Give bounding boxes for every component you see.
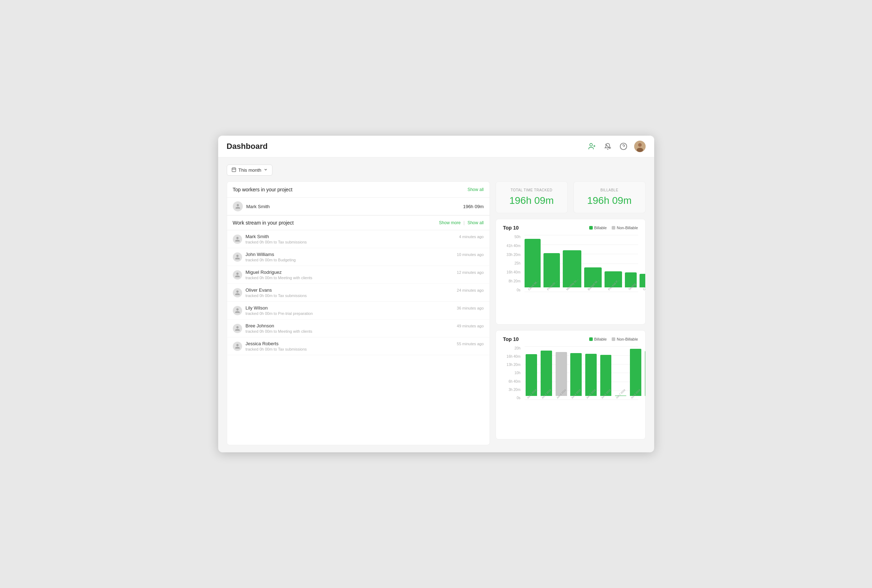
total-time-label: TOTAL TIME TRACKED (504, 188, 559, 192)
y2-label-1: 16h 40m (507, 354, 521, 358)
y2-label-3: 10h (515, 371, 521, 375)
total-time-value: 196h 09m (504, 195, 559, 206)
stream-info: Miguel Rodriguez tracked 0h 00m to Meeti… (246, 270, 453, 280)
add-user-icon[interactable] (587, 141, 597, 152)
chart2-card: Top 10 Billable Non-Billable (495, 330, 645, 440)
stream-avatar (233, 288, 242, 297)
chart1-legend: Billable Non-Billable (589, 226, 638, 230)
non-billable-legend-dot (612, 226, 615, 230)
bar-group: Monthly In... (563, 235, 581, 292)
chart2-legend: Billable Non-Billable (589, 337, 638, 341)
workstream-header: Work stream in your project Show more | … (227, 216, 489, 230)
workstream-title: Work stream in your project (233, 220, 294, 226)
bar-group: Campaign ... (639, 235, 645, 292)
billable-value: 196h 09m (582, 195, 637, 206)
total-time-card: TOTAL TIME TRACKED 196h 09m (495, 182, 568, 213)
bar2 (645, 351, 645, 396)
stream-item: Bree Johnson tracked 0h 00m to Meeting w… (227, 320, 489, 338)
content-grid: TOTAL TIME TRACKED 196h 09m BILLABLE 196… (227, 182, 645, 445)
stream-person-name: Lily Wilson (246, 305, 453, 310)
period-label: This month (239, 168, 261, 173)
billable-card: BILLABLE 196h 09m (573, 182, 645, 213)
stream-detail: tracked 0h 00m to Meeting with clients (246, 276, 453, 280)
y-label-6: 0s (517, 288, 521, 292)
billable-legend-dot (589, 226, 593, 230)
non-billable-legend2: Non-Billable (612, 337, 638, 341)
svg-point-7 (638, 143, 642, 147)
bar-group: Budget M... (584, 235, 602, 292)
right-panel: Top workers in your project Show all Mar… (227, 182, 490, 445)
billable-legend2: Billable (589, 337, 607, 341)
bar2-label: Jun 9 2024 (645, 388, 645, 399)
stream-detail: tracked 0h 00m to Meeting with clients (246, 329, 453, 333)
y2-label-5: 3h 20m (509, 388, 520, 392)
app-window: Dashboard (218, 136, 654, 452)
y-label-5: 8h 20m (509, 279, 520, 283)
stream-item: Mark Smith tracked 0h 00m to Tax submiss… (227, 230, 489, 248)
y2-label-2: 13h 20m (507, 363, 521, 367)
stream-avatar (233, 252, 242, 262)
stream-item: Miguel Rodriguez tracked 0h 00m to Meeti… (227, 266, 489, 284)
stream-detail: tracked 0h 00m to Tax submissions (246, 240, 456, 244)
stream-detail: tracked 0h 00m to Tax submissions (246, 347, 453, 351)
stream-item: Jessica Roberts tracked 0h 00m to Tax su… (227, 338, 489, 355)
chart1-y-axis: 50h 41h 40m 33h 20m 25h 16h 40m 8h 20m 0… (503, 235, 523, 292)
calendar-icon (231, 167, 236, 173)
stream-person-name: John Williams (246, 252, 453, 257)
bar-group: Projects ... (543, 235, 560, 292)
bar-group: Pre-trial P... (605, 235, 622, 292)
stream-item: Lily Wilson tracked 0h 00m to Pre-trial … (227, 302, 489, 320)
stream-info: Jessica Roberts tracked 0h 00m to Tax su… (246, 341, 453, 351)
page-title: Dashboard (227, 142, 268, 151)
main-content: This month TOTAL TIME TRACKED 196h 09m (218, 158, 654, 452)
chevron-down-icon (264, 168, 268, 173)
billable-legend-label: Billable (594, 226, 607, 230)
stream-timestamp: 55 minutes ago (457, 342, 483, 346)
top-workers-header: Top workers in your project Show all (227, 182, 489, 198)
bar (525, 239, 541, 287)
period-filter-button[interactable]: This month (227, 165, 272, 176)
stream-person-name: Bree Johnson (246, 323, 453, 328)
show-all-button[interactable]: Show all (467, 220, 483, 225)
stream-item: Oliver Evans tracked 0h 00m to Tax submi… (227, 284, 489, 302)
stream-detail: tracked 0h 00m to Pre-trial preparation (246, 311, 453, 316)
bar2-group: Jun 9 2024 (644, 346, 645, 400)
show-all-workers-button[interactable]: Show all (467, 187, 483, 192)
show-more-button[interactable]: Show more (439, 220, 461, 225)
stream-person-name: Mark Smith (246, 234, 456, 239)
stream-avatar (233, 324, 242, 333)
action-divider: | (464, 220, 465, 225)
help-icon[interactable] (618, 141, 629, 152)
bar2-label: Jun 7 2024 (615, 388, 626, 399)
stream-timestamp: 49 minutes ago (457, 324, 483, 328)
left-column: TOTAL TIME TRACKED 196h 09m BILLABLE 196… (495, 182, 645, 440)
header: Dashboard (218, 136, 654, 158)
worker-avatar (233, 201, 243, 212)
stream-avatar (233, 270, 242, 279)
workstream-section: Work stream in your project Show more | … (227, 216, 489, 445)
chart1-body: 50h 41h 40m 33h 20m 25h 16h 40m 8h 20m 0… (503, 235, 638, 306)
y2-label-4: 6h 40m (509, 380, 520, 383)
y2-label-0: 20h (515, 346, 521, 350)
top-workers-section: Top workers in your project Show all Mar… (227, 182, 489, 215)
chart2-header: Top 10 Billable Non-Billable (503, 336, 638, 342)
user-avatar[interactable] (634, 141, 645, 152)
bar2-group: Jun 4 2024 (569, 346, 583, 400)
notification-icon[interactable] (603, 141, 613, 152)
billable-legend-dot2 (589, 338, 593, 341)
bar2-group: Jun 8 2024 (629, 346, 643, 400)
bar (639, 274, 645, 287)
stream-avatar (233, 342, 242, 351)
stream-item: John Williams tracked 0h 00m to Budgetin… (227, 248, 489, 266)
non-billable-legend-label2: Non-Billable (617, 337, 638, 341)
y2-label-6: 0s (517, 396, 521, 400)
chart2-title: Top 10 (503, 336, 519, 342)
stream-detail: tracked 0h 00m to Tax submissions (246, 294, 453, 298)
y-label-0: 50h (515, 235, 521, 239)
stream-detail: tracked 0h 00m to Budgeting (246, 258, 453, 262)
svg-rect-9 (232, 168, 236, 172)
workstream-actions: Show more | Show all (439, 220, 483, 225)
y-label-4: 16h 40m (507, 270, 521, 274)
chart2-bars: Jun 1 2024 Jun 2 2024 Jun 3 2024 (525, 346, 638, 400)
y-label-2: 33h 20m (507, 253, 521, 257)
